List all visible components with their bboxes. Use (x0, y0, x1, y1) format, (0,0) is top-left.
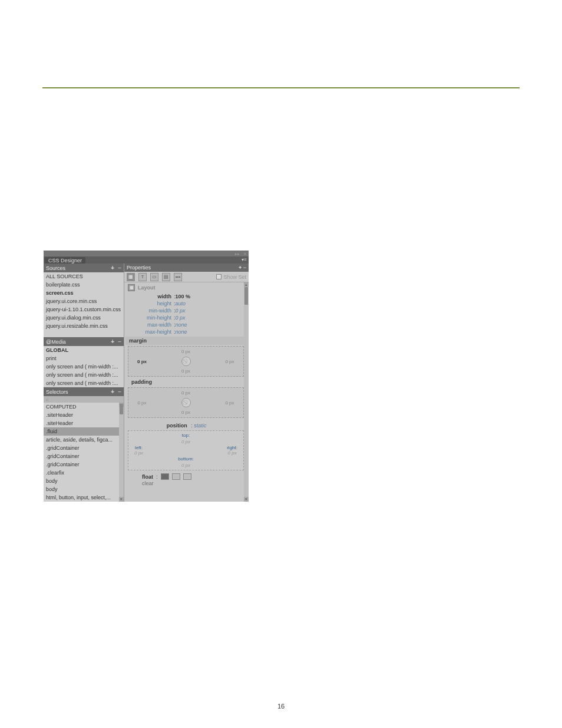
padding-bottom-value[interactable]: 0 px (181, 410, 190, 415)
width-value[interactable]: 100 % (176, 294, 191, 299)
minwidth-label: min-width (124, 308, 174, 314)
maxwidth-label: max-width (124, 322, 174, 328)
remove-media-button[interactable]: − (118, 338, 121, 345)
category-text-button[interactable]: T (138, 273, 147, 281)
maxheight-value[interactable]: none (176, 329, 187, 335)
media-item[interactable]: only screen and ( min-width :... (44, 379, 124, 387)
media-header: @Media + − (44, 337, 124, 346)
selector-item[interactable]: .gridContainer (44, 452, 124, 460)
scroll-thumb[interactable] (244, 287, 248, 305)
category-more-button[interactable]: ••• (174, 273, 182, 281)
panel-tab-row: CSS Designer ▾≡ (44, 256, 249, 263)
media-item[interactable]: only screen and ( min-width :... (44, 363, 124, 371)
selector-item[interactable]: html, button, input, select,... (44, 493, 124, 502)
clear-label: clear (142, 480, 154, 486)
selector-item[interactable]: .gridContainer (44, 460, 124, 469)
selector-item[interactable]: .siteHeader (44, 419, 124, 427)
selector-item[interactable]: .gridContainer (44, 444, 124, 452)
left-value[interactable]: 0 px (134, 450, 143, 456)
padding-left-value[interactable]: 0 px (133, 400, 151, 406)
padding-boxmodel: 0 px 0 px ⃠ 0 px 0 px (128, 387, 244, 418)
selector-search-input[interactable]: ⌕ (44, 396, 124, 403)
source-item[interactable]: screen.css (44, 289, 124, 297)
selector-item[interactable]: body (44, 477, 124, 485)
sources-header: Sources + − (44, 263, 124, 272)
position-value[interactable]: static (194, 423, 206, 429)
source-item[interactable]: jquery.ui.dialog.min.css (44, 314, 124, 322)
width-label: width (124, 294, 174, 299)
category-layout-button[interactable]: ▦ (127, 273, 135, 281)
selector-item[interactable]: COMPUTED (44, 403, 124, 411)
scroll-down-icon[interactable]: ▾ (244, 497, 249, 502)
add-source-button[interactable]: + (111, 265, 114, 271)
media-list: GLOBALprintonly screen and ( min-width :… (44, 346, 124, 387)
selector-item[interactable]: .fluid (44, 427, 124, 436)
padding-top-value[interactable]: 0 px (181, 390, 190, 396)
height-value[interactable]: auto (176, 301, 186, 307)
source-item[interactable]: ALL SOURCES (44, 272, 124, 281)
right-label: right: (227, 445, 237, 450)
margin-right-value[interactable]: 0 px (221, 359, 239, 364)
selectors-scrollbar[interactable]: ▴ ▾ (119, 403, 124, 502)
collapse-icon[interactable]: ▸▸ (235, 252, 240, 256)
float-label: float (142, 474, 153, 480)
properties-scrollbar[interactable]: ▴ ▾ (244, 282, 249, 502)
maxwidth-value[interactable]: none (176, 322, 187, 328)
selectors-list: COMPUTED.siteHeader.siteHeader.fluidarti… (44, 403, 124, 502)
margin-bottom-value[interactable]: 0 px (181, 368, 190, 374)
scroll-thumb[interactable] (120, 404, 123, 414)
bottom-value[interactable]: 0 px (181, 463, 190, 468)
media-item[interactable]: GLOBAL (44, 346, 124, 354)
selector-item[interactable]: .siteHeader (44, 411, 124, 419)
selectors-header-label: Selectors (46, 389, 68, 395)
properties-body: ▴ ▾ ▦ Layout width : 100 % height : auto… (124, 282, 249, 502)
float-right-button[interactable] (172, 473, 180, 480)
sources-list: ALL SOURCESboilerplate.cssscreen.cssjque… (44, 272, 124, 337)
minwidth-value[interactable]: 0 px (176, 308, 186, 314)
scroll-up-icon[interactable]: ▴ (244, 282, 249, 287)
source-item[interactable]: boilerplate.css (44, 281, 124, 289)
category-background-button[interactable]: ▤ (162, 273, 170, 281)
media-header-label: @Media (46, 339, 66, 345)
height-label: height (124, 301, 174, 307)
minheight-label: min-height (124, 315, 174, 321)
float-none-button[interactable] (183, 473, 191, 480)
source-item[interactable]: jquery.ui.core.min.css (44, 297, 124, 305)
selector-item[interactable]: article, aside, details, figca... (44, 436, 124, 444)
media-item[interactable]: only screen and ( min-width :... (44, 371, 124, 379)
close-icon[interactable]: ✕ (243, 252, 247, 256)
panel-titlebar: ▸▸ ✕ (44, 251, 249, 256)
margin-boxmodel: 0 px 0 px ⃠ 0 px 0 px (128, 346, 244, 377)
minheight-value[interactable]: 0 px (176, 315, 186, 321)
right-value[interactable]: 0 px (227, 450, 237, 456)
margin-left-value[interactable]: 0 px (133, 359, 151, 364)
selector-item[interactable]: body (44, 485, 124, 493)
float-left-button[interactable] (161, 473, 169, 480)
margin-top-value[interactable]: 0 px (181, 349, 190, 354)
source-item[interactable]: jquery-ui-1.10.1.custom.min.css (44, 305, 124, 314)
category-border-button[interactable]: ▭ (150, 273, 158, 281)
maxheight-label: max-height (124, 329, 174, 335)
add-selector-button[interactable]: + (111, 388, 114, 395)
show-set-checkbox[interactable] (216, 274, 222, 279)
scroll-down-icon[interactable]: ▾ (119, 497, 124, 502)
add-media-button[interactable]: + (111, 338, 114, 345)
add-property-button[interactable]: + (239, 265, 242, 271)
properties-category-toolbar: ▦ T ▭ ▤ ••• Show Set (124, 272, 249, 282)
layout-group-label: Layout (138, 285, 156, 291)
remove-property-button[interactable]: − (243, 265, 246, 271)
selector-item[interactable]: .clearfix (44, 469, 124, 477)
tab-css-designer[interactable]: CSS Designer (45, 257, 85, 263)
source-item[interactable]: jquery.ui.resizable.min.css (44, 322, 124, 330)
panel-menu-icon[interactable]: ▾≡ (242, 257, 247, 262)
remove-selector-button[interactable]: − (118, 388, 121, 395)
padding-shorthand-icon[interactable]: ⃠ (181, 398, 191, 407)
top-label: top: (182, 433, 190, 438)
layout-icon: ▦ (128, 284, 135, 291)
remove-source-button[interactable]: − (118, 265, 121, 271)
margin-shorthand-icon[interactable]: ⃠ (181, 357, 191, 366)
media-item[interactable]: print (44, 354, 124, 363)
top-value[interactable]: 0 px (181, 439, 190, 444)
padding-right-value[interactable]: 0 px (221, 400, 239, 406)
selectors-header: Selectors + − (44, 387, 124, 396)
